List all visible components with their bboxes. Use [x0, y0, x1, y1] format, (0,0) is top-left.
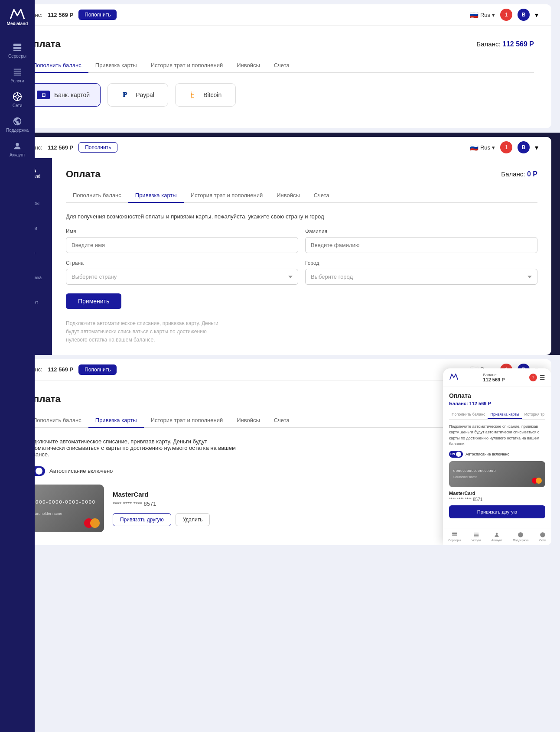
page-header-1: Оплата Баланс: 112 569 Р	[26, 39, 534, 50]
mobile-link-other-button[interactable]: Привязать другую	[449, 505, 545, 518]
credit-card-display-3: 0000-0000-0000-0000 Cardholder name	[26, 485, 104, 532]
mobile-top-bar: Баланс: 112 569 Р 1 ☰	[443, 368, 551, 387]
tab-invoices-2[interactable]: Инвойсы	[270, 189, 307, 203]
card-brand-3: MasterCard	[113, 491, 210, 498]
user-avatar-2[interactable]: B	[518, 141, 530, 153]
mobile-page-balance-label: Баланс:	[449, 401, 468, 406]
lang-text-1: Rus	[480, 12, 490, 18]
mobile-nav-servers[interactable]: Серверы	[448, 532, 461, 542]
mobile-logo-area	[449, 373, 459, 382]
mobile-menu-button[interactable]: ☰	[540, 374, 545, 381]
mobile-mc-orange	[536, 478, 542, 484]
top-bar-right-2: 🇷🇺 Rus ▾ 1 B ▾	[470, 141, 538, 153]
payment-method-bank-1[interactable]: ⊟ Банк. картой	[26, 83, 101, 107]
card-last4-3: **** **** **** 8571	[113, 501, 210, 507]
notification-bell-2[interactable]: 1	[500, 141, 512, 153]
tab-topup-1[interactable]: Пополнить баланс	[26, 59, 88, 73]
tab-invoices-1[interactable]: Инвойсы	[230, 59, 267, 73]
tab-topup-3[interactable]: Пополнить баланс	[26, 413, 88, 428]
sidebar-item-account[interactable]: Аккаунт	[0, 137, 35, 162]
mobile-nav-support[interactable]: Поддержка	[513, 532, 529, 542]
mobile-nav-account-icon	[494, 532, 500, 538]
mobile-toggle-label: Автосписание включено	[466, 452, 509, 456]
auto-desc-2: Подключите автоматическое списание, прив…	[66, 319, 222, 345]
tab-history-2[interactable]: История трат и пополнений	[184, 189, 270, 203]
tab-invoices-3[interactable]: Инвойсы	[230, 413, 267, 428]
last-name-input[interactable]	[305, 237, 537, 253]
bitcoin-label-1: Bitcoin	[203, 91, 221, 98]
page-header-2: Оплата Баланс: 0 Р	[66, 169, 537, 180]
mobile-card-last4: **** **** **** 8571	[449, 497, 545, 502]
mobile-nav-network[interactable]: Сети	[539, 532, 546, 542]
balance-amount-3: 112 569 Р	[48, 366, 73, 373]
logo-text: Medialand	[7, 21, 28, 26]
mobile-toggle-row: ON Автосписание включено	[449, 451, 545, 458]
page-content-1: Оплата Баланс: 112 569 Р Пополнить балан…	[9, 26, 551, 128]
apply-button-2[interactable]: Применить	[66, 293, 121, 309]
payment-method-paypal-1[interactable]: 𝐏 Paypal	[107, 83, 168, 107]
svg-rect-30	[474, 534, 479, 534]
first-name-input[interactable]	[66, 237, 298, 253]
lang-selector-1[interactable]: 🇷🇺 Rus ▾	[470, 11, 495, 19]
mobile-content: Оплата Баланс: 112 569 Р Пополнить балан…	[443, 387, 551, 528]
country-select[interactable]: Выберите страну	[66, 269, 298, 285]
topup-button-2[interactable]: Пополнить	[78, 142, 117, 153]
svg-rect-6	[14, 75, 21, 75]
balance-amount-2: 112 569 Р	[48, 144, 73, 151]
mobile-nav-services[interactable]: Услуги	[472, 532, 481, 542]
flag-icon-1: 🇷🇺	[470, 11, 479, 19]
tab-card-3[interactable]: Привязка карты	[88, 413, 144, 428]
tab-topup-2[interactable]: Пополнить баланс	[66, 189, 128, 203]
notification-count-1: 1	[505, 12, 508, 18]
mobile-tab-card[interactable]: Привязка карты	[488, 410, 521, 419]
page-title-2: Оплата	[66, 169, 101, 180]
page-balance-amount-2: 0 Р	[527, 170, 537, 178]
city-select[interactable]: Выберите город	[305, 269, 537, 285]
topup-button-3[interactable]: Пополнить	[78, 364, 117, 375]
user-avatar-1[interactable]: B	[518, 9, 530, 21]
dark-bg-section2: Баланс: 112 569 Р Пополнить 🇷🇺 Rus ▾ 1	[0, 133, 560, 355]
link-other-button-3[interactable]: Привязать другую	[113, 513, 171, 526]
mobile-page-balance-amount: 112 569 Р	[469, 401, 491, 406]
tab-bills-3[interactable]: Счета	[267, 413, 296, 428]
mobile-tab-topup[interactable]: Пополнить баланс	[449, 410, 488, 419]
country-group: Страна Выберите страну	[66, 260, 298, 285]
content-area: Баланс: 112 569 Р Пополнить 🇷🇺 Rus ▾ 1 B	[0, 0, 560, 732]
mastercard-logo-3	[84, 518, 100, 528]
mobile-notif-bell[interactable]: 1	[529, 374, 537, 381]
tabs-2: Пополнить баланс Привязка карты История …	[66, 189, 537, 203]
section2-content: Оплата Баланс: 0 Р Пополнить баланс Прив…	[52, 158, 551, 355]
lang-text-2: Rus	[480, 144, 490, 151]
payment-method-bitcoin-1[interactable]: ₿ Bitcoin	[175, 83, 236, 107]
sidebar-item-services[interactable]: Услуги	[0, 63, 35, 88]
mobile-nav-account-label: Аккаунт	[492, 539, 502, 542]
svg-rect-31	[474, 535, 479, 536]
lang-selector-2[interactable]: 🇷🇺 Rus ▾	[470, 143, 495, 152]
sidebar-item-network[interactable]: Сети	[0, 88, 35, 112]
toggle-label-3: Автосписание включено	[49, 468, 113, 474]
tab-history-3[interactable]: История трат и пополнений	[144, 413, 230, 428]
mobile-autodebit-toggle[interactable]: ON	[449, 451, 463, 458]
tab-bills-2[interactable]: Счета	[307, 189, 336, 203]
tab-bills-1[interactable]: Счета	[267, 59, 296, 73]
topup-button-1[interactable]: Пополнить	[78, 10, 117, 20]
page-balance-2: Баланс: 0 Р	[501, 170, 537, 178]
bitcoin-icon-1: ₿	[186, 91, 199, 99]
sidebar-item-servers[interactable]: Серверы	[0, 38, 35, 63]
sidebar-label-network: Сети	[13, 103, 23, 108]
mobile-balance-area: Баланс: 112 569 Р	[483, 373, 505, 382]
mobile-nav-account[interactable]: Аккаунт	[492, 532, 502, 542]
section3-panel: Баланс: 112 569 Р Пополнить 🇷🇺 Rus ▾ 1	[9, 359, 551, 545]
tab-history-1[interactable]: История трат и пополнений	[144, 59, 230, 73]
delete-button-3[interactable]: Удалить	[176, 513, 210, 526]
notification-bell-1[interactable]: 1	[500, 9, 512, 21]
bank-icon-1: ⊟	[37, 91, 50, 99]
tabs-1: Пополнить баланс Привязка карты История …	[26, 59, 534, 73]
mobile-nav-support-label: Поддержка	[513, 539, 529, 542]
section1-panel: Баланс: 112 569 Р Пополнить 🇷🇺 Rus ▾ 1 B	[9, 4, 551, 128]
tab-card-2[interactable]: Привязка карты	[128, 189, 184, 203]
mobile-tab-history[interactable]: История тр...	[522, 410, 545, 419]
sidebar-item-support[interactable]: Поддержка	[0, 112, 35, 137]
user-initial-1: B	[522, 12, 526, 18]
tab-card-1[interactable]: Привязка карты	[88, 59, 144, 73]
